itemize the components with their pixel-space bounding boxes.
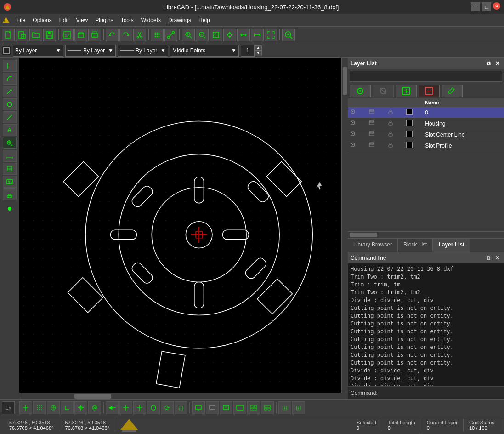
btm-snap-btn[interactable]: [47, 401, 60, 414]
canvas-vertical-scrollbar[interactable]: [341, 58, 348, 393]
new-button[interactable]: [2, 29, 15, 41]
snap-grid-button[interactable]: [151, 29, 164, 41]
btm-plus-v-btn[interactable]: [133, 401, 146, 414]
btm-plus-h-btn[interactable]: [119, 401, 132, 414]
layer-lock-icon[interactable]: [387, 108, 394, 115]
zoom-in-button[interactable]: [237, 29, 250, 41]
tool-dim[interactable]: [3, 150, 17, 162]
canvas-hscroll-thumb[interactable]: [74, 394, 111, 399]
tool-text[interactable]: A: [3, 124, 17, 136]
tool-line[interactable]: [3, 111, 17, 123]
layer-row[interactable]: Housing: [348, 118, 504, 129]
btm-arrow-left-btn[interactable]: ◀─: [106, 401, 119, 414]
btm-plus-box-btn[interactable]: ⊞: [278, 401, 291, 414]
layer-panel-restore[interactable]: ⧉: [485, 60, 492, 67]
tool-arc[interactable]: [3, 73, 17, 85]
menu-options[interactable]: Options: [29, 15, 55, 25]
tool-freehand[interactable]: [3, 86, 17, 97]
save-as-button[interactable]: SA: [61, 29, 74, 41]
new-template-button[interactable]: +: [16, 29, 28, 41]
color-swatch[interactable]: [2, 46, 11, 55]
open-button[interactable]: [29, 29, 42, 41]
command-input[interactable]: [379, 390, 501, 396]
btm-monitor1-btn[interactable]: [192, 401, 205, 414]
color-dropdown[interactable]: By Layer▼: [13, 45, 63, 57]
btm-monitor4-btn[interactable]: [233, 401, 246, 414]
layer-name-cell[interactable]: Slot Profile: [423, 140, 504, 151]
zoom-pan-button[interactable]: [223, 29, 236, 41]
btm-grid-btn[interactable]: [33, 401, 46, 414]
zoom-previous-button[interactable]: [196, 29, 209, 41]
layer-color-swatch[interactable]: [406, 131, 413, 137]
menu-widgets[interactable]: Widgets: [137, 15, 164, 25]
layer-name-cell[interactable]: 0: [423, 107, 504, 118]
zoom-selection-button[interactable]: [282, 29, 295, 41]
snap-endpoint-button[interactable]: [164, 29, 177, 41]
zoom-realtime-button[interactable]: [182, 29, 195, 41]
layer-edit-button[interactable]: [442, 85, 463, 97]
layer-color-swatch[interactable]: [406, 120, 413, 126]
tab-layer-list[interactable]: Layer List: [433, 239, 470, 252]
btm-monitor6-btn[interactable]: [261, 401, 274, 414]
canvas-vscroll-thumb[interactable]: [343, 67, 347, 95]
tool-select[interactable]: [3, 60, 17, 72]
layer-remove-button[interactable]: [419, 85, 440, 97]
layer-print-icon[interactable]: [368, 108, 375, 115]
layer-lock-icon[interactable]: [387, 142, 394, 148]
layer-visible-icon[interactable]: [350, 120, 356, 126]
undo-button[interactable]: [106, 29, 119, 41]
layer-panel-close[interactable]: ✕: [494, 60, 501, 67]
layer-horizontal-scrollbar[interactable]: [348, 231, 504, 238]
layer-visible-icon[interactable]: [350, 131, 356, 137]
menu-drawings[interactable]: Drawings: [164, 15, 195, 25]
layer-print-icon[interactable]: [368, 120, 375, 126]
snap-down-arrow[interactable]: ▼: [255, 51, 262, 56]
layer-color-swatch[interactable]: [406, 142, 413, 148]
command-panel-restore[interactable]: ⧉: [485, 255, 492, 261]
btm-snap2-btn[interactable]: [74, 401, 87, 414]
layer-row[interactable]: 0: [348, 107, 504, 118]
save-button[interactable]: [43, 29, 56, 41]
layer-add-button[interactable]: [396, 85, 417, 97]
layer-show-button[interactable]: [350, 85, 371, 97]
zoom-fit-button[interactable]: [265, 29, 277, 41]
print-preview-button[interactable]: [74, 29, 87, 41]
layer-lock-icon[interactable]: [387, 120, 394, 126]
maximize-button[interactable]: □: [482, 2, 491, 11]
print-button[interactable]: [88, 29, 101, 41]
btm-rotate-btn[interactable]: ⟳: [161, 401, 174, 414]
btm-ortho-btn[interactable]: [61, 401, 74, 414]
btm-delete-btn[interactable]: [88, 401, 101, 414]
drawing-canvas[interactable]: [19, 58, 341, 393]
layer-row[interactable]: Slot Profile: [348, 140, 504, 151]
layer-name-cell[interactable]: Housing: [423, 118, 504, 129]
btm-crosshair-btn[interactable]: [19, 401, 32, 414]
layer-hscroll-thumb[interactable]: [350, 233, 377, 237]
layer-hide-button[interactable]: [373, 85, 394, 97]
menu-edit[interactable]: Edit: [56, 15, 73, 25]
close-button[interactable]: ✕: [493, 2, 500, 10]
snap-dropdown[interactable]: Middle Points▼: [170, 45, 239, 57]
tab-library-browser[interactable]: Library Browser: [348, 239, 398, 252]
menu-plugins[interactable]: Plugins: [91, 15, 117, 25]
btm-monitor3-btn[interactable]: [220, 401, 232, 414]
tool-crane[interactable]: [3, 188, 17, 200]
layer-color-swatch[interactable]: [406, 108, 413, 115]
cut-button[interactable]: [133, 29, 146, 41]
layer-visible-icon[interactable]: [350, 108, 356, 115]
menu-tools[interactable]: Tools: [117, 15, 137, 25]
btm-circle-btn[interactable]: [147, 401, 160, 414]
canvas-horizontal-scrollbar[interactable]: [19, 393, 348, 399]
btm-plus-box2-btn[interactable]: ⊞: [292, 401, 305, 414]
command-panel-close[interactable]: ✕: [494, 255, 501, 261]
snap-up-arrow[interactable]: ▲: [255, 45, 262, 51]
btm-monitor2-btn[interactable]: [206, 401, 219, 414]
layer-lock-icon[interactable]: [387, 131, 394, 137]
btm-mirror-btn[interactable]: ⊡: [175, 401, 187, 414]
layer-row[interactable]: Slot Center Line: [348, 129, 504, 140]
layer-search-input[interactable]: [350, 71, 502, 82]
linetype-dropdown[interactable]: By Layer▼: [65, 45, 116, 57]
layer-print-icon[interactable]: [368, 131, 375, 137]
tool-image[interactable]: [3, 176, 17, 188]
zoom-window-button[interactable]: [210, 29, 222, 41]
